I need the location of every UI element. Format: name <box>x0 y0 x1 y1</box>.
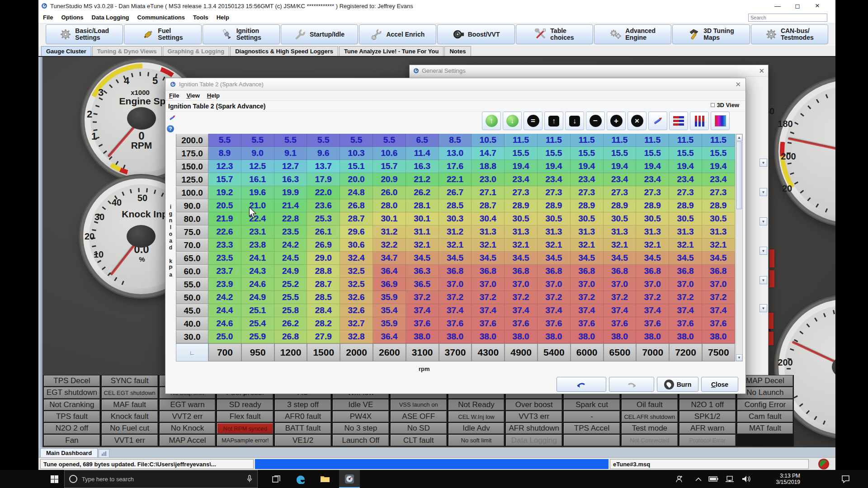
table-cell[interactable]: 32.6 <box>340 291 373 304</box>
table-cell[interactable]: 36.8 <box>669 265 702 278</box>
table-cell[interactable]: 20.0 <box>340 173 373 186</box>
network-tray-icon[interactable] <box>722 470 738 488</box>
table-cell[interactable]: 37.0 <box>505 278 538 291</box>
table-cell[interactable]: 37.2 <box>439 291 472 304</box>
table-cell[interactable]: 37.0 <box>571 278 604 291</box>
table-cell[interactable]: 24.9 <box>274 265 307 278</box>
table-cell[interactable]: 37.0 <box>439 278 472 291</box>
table-cell[interactable]: 19.4 <box>669 160 702 173</box>
table-cell[interactable]: 22.8 <box>274 212 307 225</box>
table-cell[interactable]: 29.0 <box>307 252 340 265</box>
table-cell[interactable]: 32.5 <box>340 265 373 278</box>
table-cell[interactable]: 23.6 <box>307 199 340 212</box>
start-button[interactable] <box>45 470 63 488</box>
table-cell[interactable]: 34.5 <box>406 252 439 265</box>
table-cell[interactable]: 10.5 <box>472 134 505 147</box>
table-cell[interactable]: 11.5 <box>669 134 702 147</box>
table-cell[interactable]: 22.0 <box>307 186 340 199</box>
tab-notes[interactable]: Notes <box>444 46 471 56</box>
people-button[interactable] <box>669 470 690 488</box>
table-cell[interactable]: 19.4 <box>505 160 538 173</box>
table-cell[interactable]: 27.3 <box>669 186 702 199</box>
table-cell[interactable]: 37.6 <box>604 317 637 330</box>
table-cell[interactable]: 23.3 <box>208 239 241 252</box>
table-cell[interactable]: 11.5 <box>636 134 669 147</box>
table-cell[interactable]: 31.3 <box>571 225 604 239</box>
table-cell[interactable]: 11.5 <box>702 134 735 147</box>
table-cell[interactable]: 34.5 <box>505 252 538 265</box>
maximize-icon[interactable]: ◻ <box>788 0 807 12</box>
table-cell[interactable]: 26.8 <box>274 330 307 343</box>
table-cell[interactable]: 30.5 <box>702 212 735 225</box>
table-cell[interactable]: 27.1 <box>472 186 505 199</box>
table-cell[interactable]: 37.0 <box>636 278 669 291</box>
file-explorer-button[interactable] <box>315 470 335 488</box>
table-cell[interactable]: 35.9 <box>373 291 406 304</box>
table-cell[interactable]: 22.1 <box>439 173 472 186</box>
table-cell[interactable]: 24.9 <box>241 291 274 304</box>
table-cell[interactable]: 24.2 <box>274 239 307 252</box>
table-cell[interactable]: 37.2 <box>505 291 538 304</box>
tab-gauge-cluster[interactable]: Gauge Cluster <box>41 46 91 56</box>
table-cell[interactable]: 20.9 <box>373 173 406 186</box>
table-cell[interactable]: 29.6 <box>340 225 373 239</box>
table-cell[interactable]: 21.9 <box>208 212 241 225</box>
table-cell[interactable]: 37.4 <box>669 304 702 317</box>
table-cell[interactable]: 32.2 <box>373 239 406 252</box>
tray-expand-button[interactable] <box>691 470 706 488</box>
toolbar-can-bus-testmodes[interactable]: CAN-bus/Testmodes <box>751 24 828 44</box>
table-cell[interactable]: 11.5 <box>505 134 538 147</box>
toolbar-ignition-settings[interactable]: IgnitionSettings <box>203 24 280 44</box>
table-cell[interactable]: 27.3 <box>538 186 571 199</box>
table-cell[interactable]: 32.7 <box>340 317 373 330</box>
table-cell[interactable]: 37.6 <box>439 317 472 330</box>
table-cell[interactable]: 38.0 <box>439 330 472 343</box>
table-cell[interactable]: 32.6 <box>340 304 373 317</box>
close-icon[interactable]: ✕ <box>735 80 741 89</box>
table-cell[interactable]: 31.1 <box>406 225 439 239</box>
table-cell[interactable]: 34.5 <box>571 252 604 265</box>
dialog-menu-help[interactable]: Help <box>207 92 220 99</box>
table-cell[interactable]: 27.3 <box>636 186 669 199</box>
table-cell[interactable]: 38.0 <box>505 330 538 343</box>
action-center-button[interactable] <box>835 470 855 488</box>
table-cell[interactable]: 37.2 <box>472 291 505 304</box>
table-cell[interactable]: 30.5 <box>505 212 538 225</box>
toolbar-fuel-settings[interactable]: FuelSettings <box>124 24 201 44</box>
table-cell[interactable]: 37.2 <box>702 291 735 304</box>
menu-options[interactable]: Options <box>61 14 83 21</box>
combo-dropdown-icon[interactable]: ▼ <box>760 188 767 196</box>
table-cell[interactable]: 36.8 <box>636 265 669 278</box>
scroll-up-icon[interactable]: ▲ <box>736 134 742 141</box>
table-cell[interactable]: 25.4 <box>241 317 274 330</box>
table-cell[interactable]: 30.5 <box>636 212 669 225</box>
task-view-button[interactable] <box>266 470 287 488</box>
table-cell[interactable]: 23.4 <box>604 173 637 186</box>
table-cell[interactable]: 23.4 <box>702 173 735 186</box>
table-cell[interactable]: 21.2 <box>406 173 439 186</box>
table-cell[interactable]: 26.9 <box>307 239 340 252</box>
table-cell[interactable]: 30.5 <box>669 212 702 225</box>
table-cell[interactable]: 21.0 <box>241 199 274 212</box>
scroll-down-icon[interactable]: ▼ <box>736 354 742 361</box>
toolbar-3d-tuning-maps[interactable]: 3D TuningMaps <box>672 24 750 44</box>
table-cell[interactable]: 24.6 <box>241 278 274 291</box>
table-cell[interactable]: 22.6 <box>208 225 241 239</box>
table-cell[interactable]: 26.2 <box>406 186 439 199</box>
table-cell[interactable]: 9.1 <box>274 147 307 160</box>
combo-dropdown-icon[interactable]: ▼ <box>760 247 767 255</box>
table-cell[interactable]: 15.7 <box>208 173 241 186</box>
table-cell[interactable]: 15.5 <box>604 147 637 160</box>
table-cell[interactable]: 5.5 <box>307 134 340 147</box>
table-cell[interactable]: 34.5 <box>636 252 669 265</box>
table-cell[interactable]: 32.1 <box>439 239 472 252</box>
table-cell[interactable]: 30.5 <box>571 212 604 225</box>
table-cell[interactable]: 37.4 <box>406 304 439 317</box>
toolbar-accel-enrich[interactable]: Accel Enrich <box>359 24 436 44</box>
table-cell[interactable]: 38.0 <box>702 330 735 343</box>
table-cell[interactable]: 5.5 <box>241 134 274 147</box>
table-cell[interactable]: 37.0 <box>702 278 735 291</box>
table-cell[interactable]: 31.2 <box>439 225 472 239</box>
table-scrollbar[interactable]: ▲ ▼ <box>736 134 743 361</box>
combo-dropdown-icon[interactable]: ▼ <box>760 276 767 284</box>
